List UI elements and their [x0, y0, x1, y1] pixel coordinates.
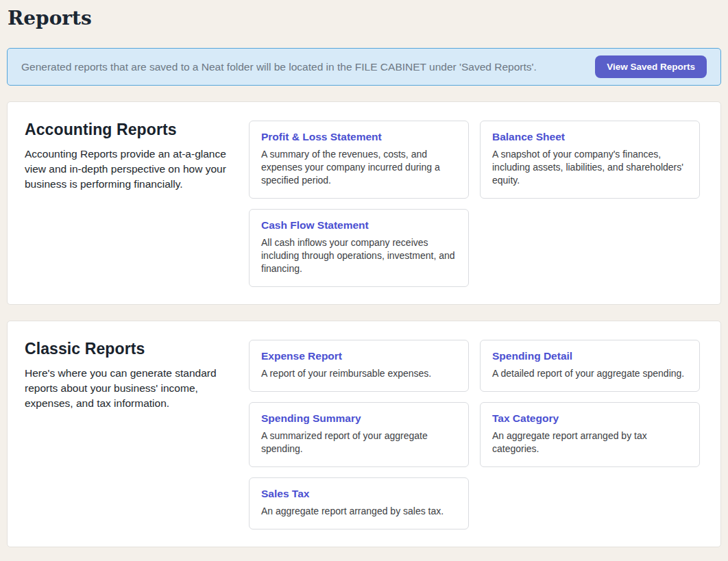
- report-card-title[interactable]: Profit & Loss Statement: [261, 131, 457, 143]
- report-card-spending-summary[interactable]: Spending Summary A summarized report of …: [249, 402, 469, 467]
- classic-section-info: Classic Reports Here's where you can gen…: [25, 340, 249, 411]
- report-card-description: All cash inflows your company receives i…: [261, 236, 457, 275]
- report-card-title[interactable]: Spending Detail: [492, 350, 688, 362]
- report-card-description: A detailed report of your aggregate spen…: [492, 367, 688, 380]
- report-card-description: A report of your reimbursable expenses.: [261, 367, 457, 380]
- report-card-description: A summary of the revenues, costs, and ex…: [261, 148, 457, 187]
- accounting-section-description: Accounting Reports provide an at-a-glanc…: [25, 147, 238, 192]
- report-card-balance-sheet[interactable]: Balance Sheet A snapshot of your company…: [480, 121, 700, 199]
- banner-message: Generated reports that are saved to a Ne…: [21, 61, 595, 73]
- report-card-profit-loss-statement[interactable]: Profit & Loss Statement A summary of the…: [249, 121, 469, 199]
- accounting-section-heading: Accounting Reports: [25, 121, 238, 139]
- report-card-title[interactable]: Sales Tax: [261, 488, 457, 500]
- report-card-cash-flow-statement[interactable]: Cash Flow Statement All cash inflows you…: [249, 209, 469, 287]
- report-card-description: An aggregate report arranged by sales ta…: [261, 505, 457, 518]
- report-card-tax-category[interactable]: Tax Category An aggregate report arrange…: [480, 402, 700, 467]
- report-card-description: A summarized report of your aggregate sp…: [261, 429, 457, 456]
- view-saved-reports-button[interactable]: View Saved Reports: [595, 55, 707, 78]
- report-card-title[interactable]: Spending Summary: [261, 412, 457, 425]
- report-card-sales-tax[interactable]: Sales Tax An aggregate report arranged b…: [249, 477, 469, 529]
- report-card-title[interactable]: Expense Report: [261, 350, 457, 362]
- page-title: Reports: [7, 7, 721, 30]
- section-classic-reports: Classic Reports Here's where you can gen…: [7, 321, 721, 547]
- report-card-description: An aggregate report arranged by tax cate…: [492, 429, 688, 456]
- classic-section-heading: Classic Reports: [25, 340, 238, 358]
- report-card-spending-detail[interactable]: Spending Detail A detailed report of you…: [480, 340, 700, 392]
- report-card-title[interactable]: Balance Sheet: [492, 131, 688, 143]
- report-card-expense-report[interactable]: Expense Report A report of your reimburs…: [249, 340, 469, 392]
- classic-section-description: Here's where you can generate standard r…: [25, 366, 238, 411]
- accounting-report-cards: Profit & Loss Statement A summary of the…: [249, 121, 700, 287]
- section-accounting-reports: Accounting Reports Accounting Reports pr…: [7, 101, 721, 305]
- accounting-section-info: Accounting Reports Accounting Reports pr…: [25, 121, 249, 192]
- report-card-description: A snapshot of your company's finances, i…: [492, 148, 688, 187]
- report-card-title[interactable]: Tax Category: [492, 412, 688, 425]
- classic-report-cards: Expense Report A report of your reimburs…: [249, 340, 700, 529]
- reports-page: Reports Generated reports that are saved…: [0, 0, 728, 547]
- report-card-title[interactable]: Cash Flow Statement: [261, 219, 457, 232]
- saved-reports-banner: Generated reports that are saved to a Ne…: [7, 48, 721, 86]
